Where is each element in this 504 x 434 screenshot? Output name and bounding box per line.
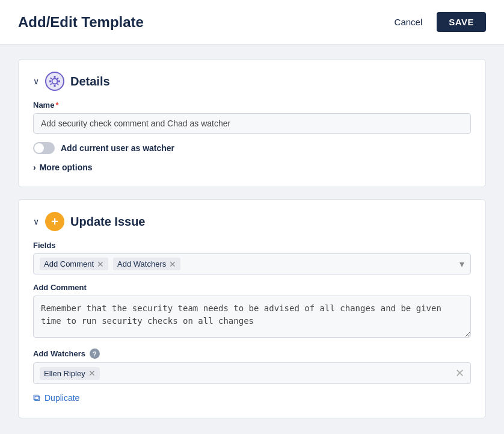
remove-watcher-tag[interactable]: ✕ (88, 369, 96, 377)
header-actions: Cancel SAVE (389, 12, 486, 32)
remove-add-watchers-tag[interactable]: ✕ (169, 260, 176, 268)
fields-group: Fields Add Comment ✕ Add Watchers ✕ ▾ (33, 241, 471, 274)
clear-all-watchers-button[interactable]: ✕ (455, 367, 464, 380)
fields-label: Fields (33, 241, 471, 250)
page-body: ∨ Details Name* Add current user as wa (0, 45, 504, 433)
current-user-watcher-row: Add current user as watcher (33, 142, 471, 154)
add-comment-textarea[interactable]: Remember that the security team needs to… (33, 296, 471, 338)
details-collapse-icon[interactable]: ∨ (33, 76, 39, 86)
update-issue-card-header: ∨ + Update Issue (33, 212, 471, 231)
name-label: Name* (33, 101, 471, 110)
add-comment-group: Add Comment Remember that the security t… (33, 283, 471, 340)
multiselect-dropdown-icon[interactable]: ▾ (459, 258, 464, 270)
duplicate-icon: ⧉ (33, 392, 40, 403)
update-issue-collapse-icon[interactable]: ∨ (33, 217, 39, 226)
add-watchers-label-row: Add Watchers ? (33, 349, 471, 359)
fields-multiselect[interactable]: Add Comment ✕ Add Watchers ✕ ▾ (33, 253, 471, 274)
field-tag-add-watchers: Add Watchers ✕ (113, 258, 180, 270)
watcher-tag-ellen-ripley: Ellen Ripley ✕ (40, 367, 100, 380)
duplicate-label: Duplicate (45, 393, 79, 403)
update-issue-card-title: Update Issue (70, 215, 145, 229)
toggle-knob (34, 143, 44, 153)
details-card-header: ∨ Details (33, 72, 471, 91)
watchers-help-icon[interactable]: ? (90, 349, 100, 359)
gear-icon (45, 72, 64, 91)
required-star: * (55, 101, 58, 110)
details-card: ∨ Details Name* Add current user as wa (18, 59, 486, 187)
details-card-title: Details (70, 75, 110, 88)
watchers-input-row[interactable]: Ellen Ripley ✕ ✕ (33, 362, 471, 384)
add-current-user-toggle[interactable] (33, 142, 55, 154)
page-header: Add/Edit Template Cancel SAVE (0, 0, 504, 45)
toggle-label: Add current user as watcher (61, 143, 174, 153)
name-input[interactable] (33, 113, 471, 134)
header-cancel-button[interactable]: Cancel (389, 13, 429, 31)
field-tag-add-comment: Add Comment ✕ (40, 258, 108, 270)
add-watchers-group: Add Watchers ? Ellen Ripley ✕ ✕ (33, 349, 471, 384)
more-options-label: More options (40, 163, 93, 172)
page-title: Add/Edit Template (18, 14, 144, 31)
update-issue-card: ∨ + Update Issue Fields Add Comment ✕ Ad… (18, 199, 486, 418)
duplicate-row[interactable]: ⧉ Duplicate (33, 392, 471, 403)
more-options-chevron-icon: › (33, 163, 36, 172)
add-watchers-label: Add Watchers (33, 349, 85, 358)
name-field-group: Name* (33, 101, 471, 134)
add-comment-label: Add Comment (33, 283, 471, 292)
plus-icon: + (45, 212, 64, 231)
more-options-row[interactable]: › More options (33, 163, 471, 172)
remove-add-comment-tag[interactable]: ✕ (97, 260, 104, 268)
header-save-button[interactable]: SAVE (437, 12, 486, 32)
